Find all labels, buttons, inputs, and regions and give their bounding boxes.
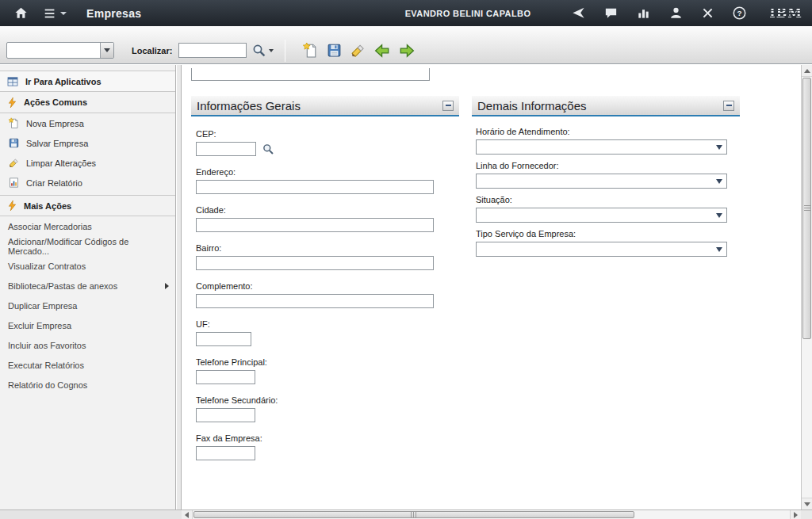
cidade-label: Cidade: (196, 205, 459, 215)
sidebar-item-visualizar-contratos[interactable]: Visualizar Contratos (0, 256, 175, 276)
section-header: Informações Gerais (191, 96, 459, 116)
cep-input[interactable] (196, 142, 256, 156)
chevron-down-icon (716, 145, 722, 150)
user-icon[interactable] (668, 0, 684, 26)
field-tipo-servico-da-empresa: Tipo Serviço da Empresa: (476, 229, 740, 257)
page-title: Empresas (86, 7, 141, 20)
sidebar-item-limpar-alteracoes[interactable]: Limpar Alterações (0, 153, 175, 173)
sidebar-header-more-actions[interactable]: Mais Ações (0, 195, 175, 216)
field-linha-do-fornecedor: Linha do Fornecedor: (476, 161, 740, 189)
sidebar-item-excluir-empresa[interactable]: Excluir Empresa (0, 315, 175, 335)
chevron-down-icon (60, 12, 67, 15)
logged-user-name: EVANDRO BELINI CAPALBO (365, 9, 571, 18)
scroll-down-button[interactable] (802, 498, 812, 509)
fax-input[interactable] (196, 446, 255, 460)
bairro-input[interactable] (196, 256, 434, 270)
applications-icon (6, 75, 19, 88)
scroll-up-button[interactable] (802, 65, 812, 77)
select-value (477, 174, 726, 177)
localizar-label: Localizar: (132, 46, 172, 55)
sidebar-header-common-actions[interactable]: Ações Comuns (0, 92, 175, 113)
sidebar-item-relatorio-do-cognos[interactable]: Relatório do Cognos (0, 375, 175, 395)
sidebar: Ir Para Aplicativos Ações Comuns Nova Em… (0, 65, 176, 509)
clear-changes-icon[interactable] (350, 42, 366, 59)
scroll-left-button[interactable] (182, 510, 193, 519)
send-icon[interactable] (571, 0, 586, 26)
vertical-scrollbar[interactable] (801, 65, 812, 509)
sidebar-item-associar-mercadorias[interactable]: Associar Mercadorias (0, 216, 175, 236)
sidebar-item-label: Visualizar Contratos (8, 261, 86, 271)
telefone-secundario-input[interactable] (196, 408, 255, 422)
sidebar-item-label: Duplicar Empresa (8, 301, 77, 311)
linha-fornecedor-label: Linha do Fornecedor: (476, 161, 740, 170)
triangle-left-icon (185, 512, 189, 518)
sidebar-item-incluir-aos-favoritos[interactable]: Incluir aos Favoritos (0, 335, 175, 355)
sidebar-item-adicionar-modificar-codigos[interactable]: Adicionar/Modificar Códigos de Mercado..… (0, 236, 175, 256)
new-record-icon[interactable] (302, 42, 319, 59)
bottom-left-gap (0, 510, 182, 519)
chevron-down-icon[interactable] (100, 43, 113, 58)
sidebar-item-criar-relatorio[interactable]: Criar Relatório (0, 173, 175, 193)
save-icon[interactable] (326, 42, 343, 59)
field-bairro: Bairro: (196, 243, 459, 270)
sidebar-splitter[interactable] (177, 65, 182, 509)
tipo-servico-label: Tipo Serviço da Empresa: (476, 229, 740, 239)
sidebar-header-label: Ações Comuns (24, 97, 87, 107)
home-icon (13, 6, 29, 21)
select-value (477, 140, 726, 143)
chat-icon[interactable] (603, 0, 619, 26)
sidebar-item-biblioteca-pastas-anexos[interactable]: Biblioteca/Pastas de anexos (0, 276, 175, 296)
field-telefone-secundario: Telefone Secundário: (196, 395, 459, 422)
close-icon[interactable] (701, 0, 714, 26)
previous-record-icon[interactable] (373, 42, 391, 59)
sidebar-item-label: Associar Mercadorias (8, 222, 92, 231)
chart-icon[interactable] (636, 0, 651, 26)
horario-select[interactable] (476, 139, 727, 155)
help-icon[interactable]: ? (732, 0, 747, 26)
next-record-icon[interactable] (398, 42, 416, 59)
field-telefone-principal: Telefone Principal: (196, 357, 459, 384)
tipo-servico-select[interactable] (476, 242, 727, 257)
linha-fornecedor-select[interactable] (476, 174, 727, 189)
sidebar-item-nova-empresa[interactable]: Nova Empresa (0, 113, 175, 133)
home-button[interactable] (6, 0, 36, 26)
cidade-input[interactable] (196, 218, 434, 232)
triangle-right-icon (794, 512, 798, 518)
navigation-combobox[interactable] (6, 42, 114, 59)
minimize-section-button[interactable] (723, 101, 734, 111)
triangle-up-icon (804, 69, 810, 73)
field-situacao: Situação: (476, 195, 740, 223)
sidebar-item-label: Limpar Alterações (26, 158, 96, 168)
sidebar-item-salvar-empresa[interactable]: Salvar Empresa (0, 133, 175, 153)
applications-menu-button[interactable] (36, 0, 74, 26)
sidebar-item-label: Criar Relatório (26, 178, 82, 188)
sidebar-item-label: Biblioteca/Pastas de anexos (8, 281, 117, 291)
horizontal-scrollbar-thumb[interactable] (193, 511, 634, 518)
chevron-down-icon (716, 179, 722, 184)
menu-icon (43, 6, 57, 21)
localizar-input[interactable] (178, 43, 247, 58)
search-icon[interactable] (251, 43, 267, 59)
navigation-combobox-value (7, 43, 100, 58)
horizontal-scrollbar[interactable] (182, 510, 801, 519)
field-endereco: Endereço: (196, 167, 459, 194)
vertical-scrollbar-thumb[interactable] (802, 78, 811, 339)
telefone-principal-label: Telefone Principal: (196, 357, 459, 367)
search-options-caret[interactable] (269, 49, 274, 52)
sidebar-item-go-to-applications[interactable]: Ir Para Aplicativos (0, 71, 175, 92)
telefone-principal-input[interactable] (196, 370, 255, 384)
scrolled-field-input[interactable] (191, 68, 430, 81)
sidebar-item-label: Excluir Empresa (8, 321, 71, 330)
endereco-input[interactable] (196, 180, 434, 194)
top-navbar: Empresas EVANDRO BELINI CAPALBO ? IBM (0, 0, 812, 26)
sidebar-item-duplicar-empresa[interactable]: Duplicar Empresa (0, 296, 175, 315)
cep-lookup-search-icon[interactable] (262, 143, 275, 156)
scroll-right-button[interactable] (790, 510, 801, 519)
complemento-input[interactable] (196, 294, 434, 308)
situacao-select[interactable] (476, 208, 727, 223)
sidebar-item-executar-relatorios[interactable]: Executar Relatórios (0, 355, 175, 375)
minimize-section-button[interactable] (442, 101, 454, 111)
field-cep: CEP: (196, 129, 459, 156)
bairro-label: Bairro: (196, 243, 459, 253)
uf-input[interactable] (196, 332, 251, 346)
